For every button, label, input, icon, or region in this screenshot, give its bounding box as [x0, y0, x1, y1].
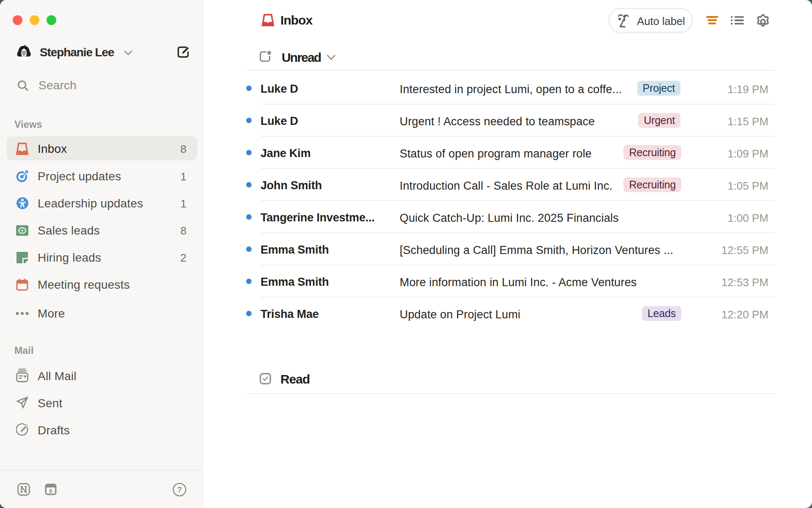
- svg-text:6: 6: [49, 488, 52, 494]
- svg-text:?: ?: [177, 486, 182, 494]
